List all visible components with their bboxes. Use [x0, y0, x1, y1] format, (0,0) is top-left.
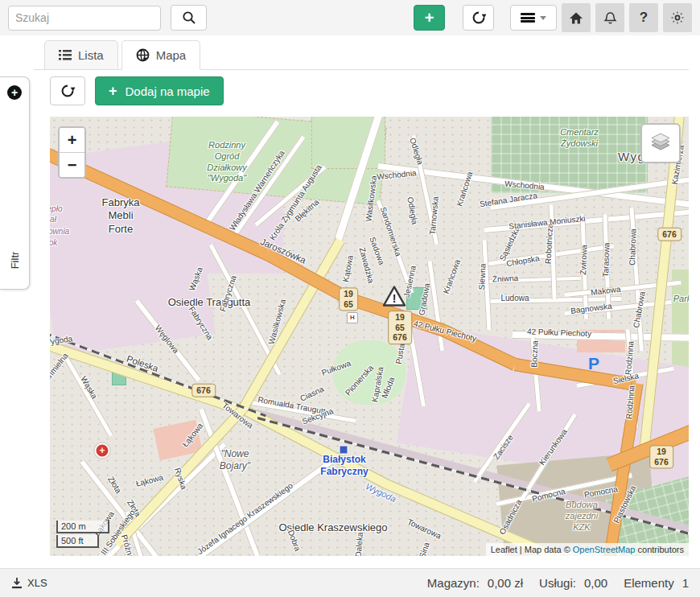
map-road-rail-band	[256, 410, 689, 539]
medical-marker-icon[interactable]: +	[95, 443, 110, 459]
station-marker-icon	[340, 446, 348, 455]
map-area-salmon	[577, 330, 625, 352]
map-road-white	[603, 214, 612, 319]
map-label: Chabrowa	[628, 229, 639, 266]
map-area-green-grid	[491, 117, 648, 193]
map-label: Krańcowa	[442, 258, 463, 295]
map-refresh-button[interactable]	[50, 76, 85, 105]
refresh-icon	[60, 84, 75, 98]
openstreetmap-link[interactable]: OpenStreetMap	[573, 545, 636, 554]
map-area-green-island	[333, 340, 406, 405]
map-road-yellow	[50, 339, 242, 414]
map-road-rail-line	[50, 331, 266, 417]
map-road-white	[102, 442, 226, 556]
layers-control[interactable]	[640, 123, 681, 163]
map-label: Łąkowa	[180, 422, 205, 450]
map-road-white	[208, 243, 282, 375]
map-label: Kapralska	[370, 366, 386, 403]
map-label: Chabrowa	[632, 290, 648, 328]
road-shield: 676	[657, 228, 681, 241]
map-label: Chmielna	[50, 352, 71, 385]
map-label: Tarnowska	[428, 196, 442, 236]
map-label: Osiedle Kraszewskiego	[278, 521, 387, 534]
map-road-white	[513, 331, 689, 342]
search-button[interactable]	[171, 5, 207, 31]
xls-export-button[interactable]: XLS	[11, 577, 47, 589]
map-label: Cmentarz Żydowski	[560, 127, 599, 150]
hamburger-icon	[521, 13, 535, 23]
map-road-white	[482, 240, 492, 330]
map-label: Próżna	[118, 533, 135, 556]
map-road-yellow	[113, 406, 246, 548]
filter-expand-button[interactable]: +	[7, 85, 22, 100]
scale-imperial: 500 ft	[56, 535, 99, 548]
map-road-white	[376, 200, 414, 294]
help-button[interactable]: ?	[629, 3, 658, 32]
add-on-map-button[interactable]: + Dodaj na mapie	[95, 76, 224, 105]
map-label: Ciasna	[299, 385, 326, 404]
map-label: Kątowa	[341, 254, 356, 282]
zoom-out-button[interactable]: −	[60, 153, 84, 177]
top-toolbar: + ?	[0, 0, 700, 35]
tab-mapa[interactable]: Mapa	[121, 40, 201, 70]
map-label: epło	[50, 204, 62, 215]
map-label: Towarowa	[220, 401, 254, 431]
map-label: Węglowa	[152, 323, 180, 356]
map-label: Żniwna	[492, 274, 519, 285]
map-label: Ludowa	[500, 294, 529, 304]
map-label: Pomocna	[531, 487, 566, 504]
map-area-pitch	[406, 287, 427, 310]
tab-lista-label: Lista	[78, 48, 104, 62]
map-road-white	[484, 243, 614, 266]
menu-button[interactable]	[510, 5, 557, 31]
map-label: 42 Pułku Piechoty	[527, 327, 591, 339]
map-road-orange	[264, 249, 352, 304]
map-area-green-plain	[672, 270, 689, 386]
bell-icon	[603, 11, 617, 25]
map-label: Wschodnia	[504, 179, 545, 193]
map-label: Sandomierska	[377, 206, 403, 258]
map-label: Ryska	[172, 467, 188, 491]
map-label: Jaroszówka	[258, 236, 307, 266]
map-label: Pusta	[394, 343, 408, 364]
road-shield: 19 65	[339, 287, 358, 311]
add-button[interactable]: +	[414, 5, 445, 31]
tab-lista[interactable]: Lista	[44, 40, 118, 70]
road-shield: 676	[191, 384, 216, 397]
map-road-white	[486, 296, 621, 304]
map-label: Bagnowska	[570, 302, 613, 317]
warning-marker-icon[interactable]: !	[382, 286, 406, 307]
map-label: Gradowa	[417, 282, 432, 316]
settings-button[interactable]	[663, 3, 692, 32]
map-label: Wąska	[187, 266, 205, 293]
notifications-button[interactable]	[595, 3, 624, 32]
map-road-orange	[442, 325, 518, 371]
layers-icon	[649, 133, 672, 154]
elementy-label: Elementy	[624, 576, 674, 590]
totals: Magazyn: 0,00 zł Usługi: 0,00 Elementy 1	[419, 576, 689, 590]
map-road-rail-line	[257, 417, 689, 539]
attribution-prefix: Leaflet | Map data ©	[491, 545, 573, 554]
map-label: łownia	[50, 227, 69, 237]
map-label: Łąkowa	[135, 473, 164, 489]
map-label: Młoda	[380, 376, 397, 400]
map-label: Krańcowa	[455, 171, 476, 208]
home-button[interactable]	[562, 3, 591, 32]
map-label: Sadowa	[367, 236, 386, 266]
map-canvas[interactable]: + − 200 m 500 ft Leaflet | Map data © Op…	[50, 117, 689, 556]
map-label: Romualda Traugutta	[257, 395, 330, 418]
plus-icon: +	[109, 83, 117, 100]
search-input[interactable]	[8, 6, 161, 31]
map-road-white	[565, 299, 672, 316]
filter-label: Filtr	[9, 252, 21, 270]
refresh-button[interactable]	[463, 5, 494, 31]
map-road-white	[333, 117, 383, 243]
map-label: Białystok Fabryczny	[320, 454, 368, 478]
search-icon	[182, 10, 196, 25]
map-label: Króla Zygmunta Augusta	[268, 163, 324, 243]
map-label: Makowa	[591, 285, 621, 298]
download-icon	[11, 577, 23, 589]
zoom-in-button[interactable]: +	[60, 128, 84, 153]
map-road-yellow	[639, 117, 686, 455]
uslugi-label: Usługi:	[539, 576, 576, 590]
